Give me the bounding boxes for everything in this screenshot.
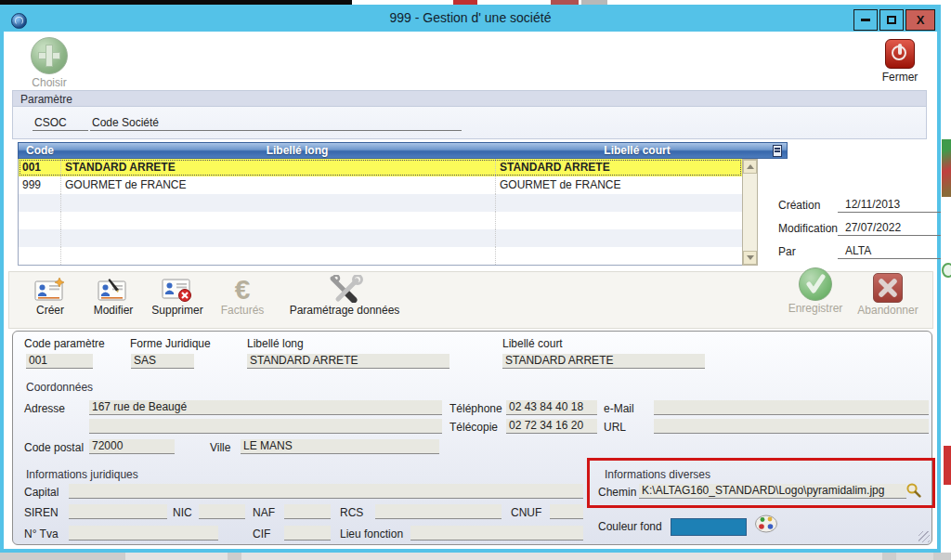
siren-label: SIREN [24, 506, 59, 519]
parametre-code-field[interactable]: CSOC [33, 116, 88, 131]
cell-libelle-long[interactable]: STANDARD ARRETE [61, 159, 496, 176]
cnuf-label: CNUF [511, 506, 541, 519]
siren-field[interactable] [69, 504, 167, 519]
parametrage-label: Paramétrage données [275, 304, 414, 317]
email-field[interactable] [654, 400, 929, 415]
naf-field[interactable] [284, 504, 331, 519]
rcs-label: RCS [340, 506, 363, 519]
lieu-fonction-label: Lieu fonction [340, 527, 403, 540]
libelle-long-label: Libellé long [247, 337, 304, 350]
telephone-label: Téléphone [449, 402, 502, 415]
email-label: e-Mail [604, 402, 634, 415]
couleur-fond-label: Couleur fond [598, 520, 662, 533]
resize-grip[interactable] [918, 531, 930, 542]
table-row[interactable] [19, 194, 742, 212]
window-controls: X [852, 9, 935, 31]
cell-code[interactable]: 999 [19, 176, 61, 194]
edit-card-icon [85, 275, 141, 303]
creer-button[interactable]: Créer [24, 275, 76, 317]
libelle-long-field[interactable]: STANDARD ARRETE [247, 354, 449, 369]
close-button[interactable]: X [905, 9, 935, 31]
power-close-icon [885, 39, 915, 69]
capital-field[interactable] [69, 484, 583, 499]
table-row[interactable] [19, 229, 742, 247]
factures-label: Facturés [215, 304, 269, 317]
ville-field[interactable]: LE MANS [241, 439, 439, 454]
maximize-icon [887, 16, 896, 24]
cancel-x-icon [853, 275, 923, 303]
tva-label: N° Tva [24, 527, 59, 540]
informations-juridiques-header: Informations juridiques [26, 468, 138, 481]
nic-label: NIC [173, 506, 192, 519]
table-row[interactable]: 001 STANDARD ARRETE STANDARD ARRETE [19, 159, 742, 176]
supprimer-button[interactable]: Supprimer [147, 275, 208, 317]
code-postal-field[interactable]: 72000 [89, 439, 175, 454]
rcs-field[interactable] [375, 504, 502, 519]
cell-code[interactable]: 001 [19, 159, 61, 176]
modification-value: 27/07/2022 [838, 221, 941, 236]
column-header-libelle-court[interactable]: Libellé court [515, 144, 760, 157]
nic-field[interactable] [199, 504, 245, 519]
couleur-fond-swatch[interactable] [671, 518, 747, 536]
cell-libelle-long[interactable]: GOURMET de FRANCE [61, 176, 496, 194]
lieu-fonction-field[interactable] [410, 526, 583, 540]
cif-field[interactable] [284, 526, 331, 540]
modifier-button[interactable]: Modifier [85, 275, 141, 317]
creation-label: Création [778, 199, 838, 212]
table-header[interactable]: Code Libellé long Libellé court [18, 142, 788, 159]
par-value: ALTA [838, 244, 941, 259]
abandonner-button[interactable]: Abandonner [853, 275, 923, 317]
taskbar-segment [241, 553, 882, 560]
table-row[interactable] [19, 212, 742, 229]
table-scrollbar[interactable] [742, 159, 758, 266]
forme-juridique-label: Forme Juridique [130, 337, 211, 350]
column-header-code[interactable]: Code [26, 144, 54, 157]
euro-icon: € [235, 277, 251, 303]
choisir-label: Choisir [26, 76, 72, 89]
title-bar[interactable]: 999 - Gestion d' une société X [0, 5, 941, 32]
screen: 999 - Gestion d' une société X Choisir F… [0, 0, 951, 560]
enregistrer-button[interactable]: Enregistrer [782, 273, 849, 315]
enregistrer-label: Enregistrer [782, 302, 849, 315]
close-icon: X [917, 13, 925, 27]
create-card-icon [24, 275, 76, 303]
cnuf-field[interactable] [550, 504, 583, 519]
arrow-up-icon [747, 164, 754, 169]
naf-label: NAF [253, 506, 275, 519]
minimize-icon [861, 19, 870, 21]
adresse2-field[interactable] [89, 419, 442, 434]
telecopie-field[interactable]: 02 72 34 16 20 [506, 419, 597, 434]
minimize-button[interactable] [853, 9, 878, 31]
code-parametre-field[interactable]: 001 [26, 354, 93, 369]
cell-libelle-court[interactable]: GOURMET de FRANCE [496, 176, 741, 194]
maximize-button[interactable] [879, 9, 904, 31]
telephone-field[interactable]: 02 43 84 40 18 [506, 400, 597, 415]
adresse-field[interactable]: 167 rue de Beaugé [89, 400, 442, 415]
table-row[interactable] [19, 247, 742, 265]
cell-libelle-court[interactable]: STANDARD ARRETE [496, 159, 741, 176]
grid-settings-icon[interactable] [773, 145, 782, 157]
forme-juridique-field[interactable]: SAS [131, 354, 194, 369]
parametre-label-field[interactable]: Code Société [90, 116, 462, 131]
libelle-court-field[interactable]: STANDARD ARRETE [502, 354, 705, 369]
background-fragment [942, 139, 951, 197]
scroll-up-button[interactable] [743, 160, 757, 174]
telecopie-label: Télécopie [449, 421, 498, 434]
palette-icon[interactable] [754, 513, 780, 538]
table-row[interactable]: 999 GOURMET de FRANCE GOURMET de FRANCE [19, 176, 742, 194]
fermer-button[interactable]: Fermer [876, 39, 924, 84]
parametrage-donnees-button[interactable]: Paramétrage données [275, 275, 414, 317]
code-parametre-label: Code paramètre [24, 337, 105, 350]
libelle-court-label: Libellé court [502, 337, 563, 350]
url-label: URL [604, 421, 626, 434]
url-field[interactable] [654, 419, 929, 434]
save-check-icon [782, 273, 849, 301]
background-fragment [944, 446, 951, 485]
column-header-libelle-long[interactable]: Libellé long [80, 144, 515, 157]
factures-button[interactable]: € Facturés [215, 275, 269, 317]
choisir-button[interactable]: Choisir [26, 37, 72, 89]
taskbar-segment [896, 553, 933, 560]
tva-field[interactable] [69, 526, 218, 540]
cif-label: CIF [253, 527, 270, 540]
scroll-down-button[interactable] [743, 251, 757, 265]
